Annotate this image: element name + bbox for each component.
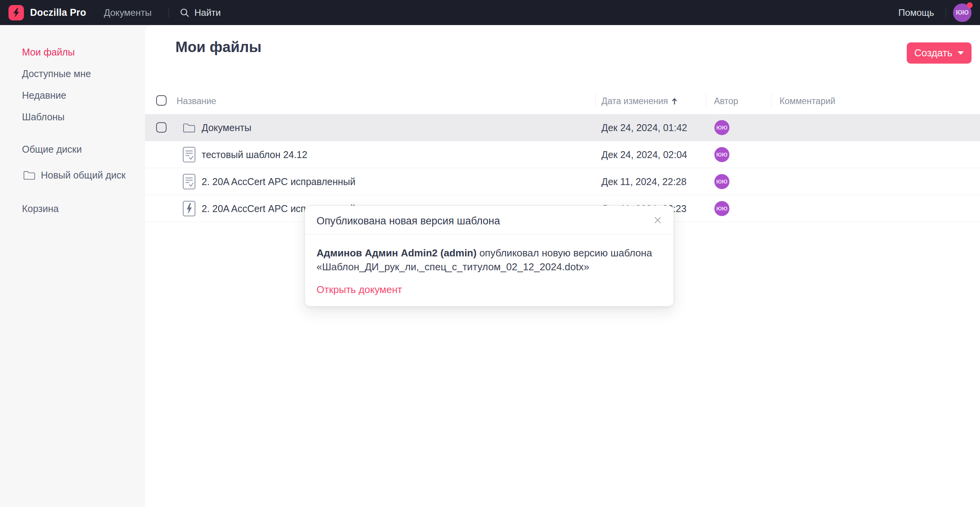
select-all-checkbox[interactable]	[156, 95, 167, 106]
sidebar-item-shared-with-me[interactable]: Доступные мне	[0, 63, 145, 84]
table-row[interactable]: 2. 20A AccCert АРС исправленный Дек 11, …	[145, 168, 980, 195]
avatar-initials: ЮЮ	[716, 125, 727, 131]
author-avatar[interactable]: ЮЮ	[714, 174, 729, 189]
modified-date: Дек 11, 2024, 22:28	[601, 176, 687, 187]
sort-arrow-up-icon	[672, 98, 677, 105]
column-header-modified-label: Дата изменения	[601, 96, 668, 106]
search-button[interactable]: Найти	[180, 7, 221, 18]
page-title: Мои файлы	[175, 39, 261, 56]
document-check-icon	[183, 147, 195, 162]
sidebar-item-templates[interactable]: Шаблоны	[0, 106, 145, 128]
column-separator	[771, 93, 771, 108]
avatar-initials: ЮЮ	[956, 9, 969, 16]
avatar-initials: ЮЮ	[716, 205, 727, 212]
row-checkbox[interactable]	[156, 122, 167, 133]
author-avatar[interactable]: ЮЮ	[714, 201, 729, 216]
document-check-icon	[183, 173, 195, 189]
doczilla-logo-icon[interactable]	[8, 5, 24, 20]
open-document-link[interactable]: Открыть документ	[317, 284, 402, 296]
search-label: Найти	[194, 7, 221, 18]
create-button-label: Создать	[914, 47, 953, 59]
sidebar: Мои файлы Доступные мне Недавние Шаблоны…	[0, 25, 145, 507]
table-row[interactable]: Документы Дек 24, 2024, 01:42 ЮЮ	[145, 114, 980, 141]
notification-popup: Опубликована новая версия шаблона Админо…	[305, 205, 674, 307]
file-name[interactable]: 2. 20A AccCert АРС исправленный	[202, 176, 355, 187]
table-header: Название Дата изменения Автор Комментари…	[145, 87, 980, 114]
sidebar-item-recent[interactable]: Недавние	[0, 84, 145, 106]
column-header-author[interactable]: Автор	[714, 96, 738, 106]
column-separator	[595, 93, 596, 108]
table-row[interactable]: тестовый шаблон 24.12 Дек 24, 2024, 02:0…	[145, 141, 980, 168]
user-avatar[interactable]: ЮЮ	[953, 3, 972, 22]
folder-icon	[183, 122, 195, 133]
file-name[interactable]: тестовый шаблон 24.12	[202, 149, 307, 160]
close-icon[interactable]	[653, 215, 663, 225]
sidebar-section-shared-drives[interactable]: Общие диски	[0, 138, 145, 160]
column-header-comment[interactable]: Комментарий	[780, 96, 835, 106]
sidebar-item-shared-drive[interactable]: Новый общий диск	[0, 164, 145, 186]
topbar-nav-documents[interactable]: Документы	[104, 7, 152, 18]
column-header-modified[interactable]: Дата изменения	[601, 96, 677, 106]
avatar-initials: ЮЮ	[716, 179, 727, 185]
help-link[interactable]: Помощь	[898, 7, 934, 18]
popup-title: Опубликована новая версия шаблона	[317, 215, 500, 227]
shared-drive-label: Новый общий диск	[41, 170, 126, 181]
popup-header: Опубликована новая версия шаблона	[305, 206, 674, 234]
popup-message: Админов Админ Admin2 (admin) опубликовал…	[305, 234, 674, 274]
sidebar-item-trash[interactable]: Корзина	[0, 198, 145, 219]
document-lightning-icon	[183, 200, 195, 216]
column-separator	[706, 93, 706, 108]
author-avatar[interactable]: ЮЮ	[714, 147, 729, 162]
author-avatar[interactable]: ЮЮ	[714, 120, 729, 135]
topbar-right: Помощь ЮЮ	[898, 3, 972, 22]
avatar-initials: ЮЮ	[716, 152, 727, 158]
page-header: Мои файлы Создать	[145, 25, 980, 87]
sidebar-item-my-files[interactable]: Мои файлы	[0, 41, 145, 63]
chevron-down-icon	[958, 51, 964, 55]
folder-icon	[23, 170, 35, 180]
file-name[interactable]: Документы	[202, 122, 251, 133]
topbar-divider	[946, 7, 946, 19]
brand-title: Doczilla Pro	[30, 7, 86, 18]
column-header-name[interactable]: Название	[177, 96, 216, 106]
search-icon	[180, 8, 190, 18]
modified-date: Дек 24, 2024, 01:42	[601, 122, 687, 133]
notification-dot	[967, 2, 973, 8]
lightning-bolt-icon	[12, 8, 20, 18]
create-button[interactable]: Создать	[907, 42, 972, 64]
topbar: Doczilla Pro Документы Найти Помощь ЮЮ	[0, 0, 980, 25]
topbar-divider	[168, 7, 169, 18]
modified-date: Дек 24, 2024, 02:04	[601, 149, 687, 160]
popup-author: Админов Админ Admin2 (admin)	[317, 247, 477, 259]
